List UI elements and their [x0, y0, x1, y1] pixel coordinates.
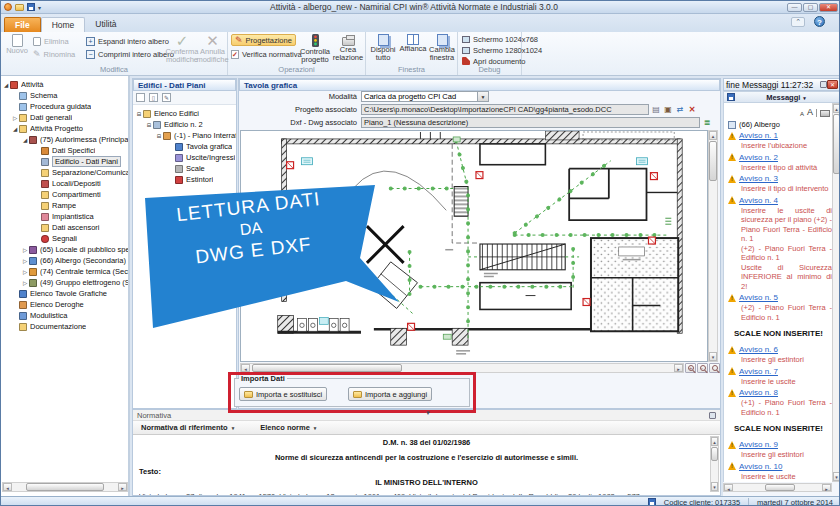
scroll-left-arrow[interactable]: ◂: [3, 483, 12, 491]
pin-icon[interactable]: [709, 412, 716, 419]
warning-link[interactable]: Avviso n. 8: [739, 388, 778, 397]
tree-item[interactable]: ▷ (65) Locale di pubblico spettacolo (Se: [1, 244, 128, 255]
splitter-collapse-icon[interactable]: ▼: [425, 410, 431, 416]
tree-item[interactable]: Dati ascensori: [1, 222, 128, 233]
tree-item[interactable]: ▷ Dati generali: [1, 112, 128, 123]
dxf-field[interactable]: Piano_1 (Nessuna descrizione): [361, 117, 700, 128]
tree-item[interactable]: Edificio - Dati Piani: [1, 156, 128, 167]
expander-icon[interactable]: ⊟: [135, 111, 143, 117]
crea-relazione-button[interactable]: Crea relazione: [332, 34, 364, 62]
scroll-thumb[interactable]: [252, 364, 402, 372]
tree-item[interactable]: ⊟ (-1) - Piano Interrato: [133, 130, 236, 141]
tree-item[interactable]: Impiantistica: [1, 211, 128, 222]
scroll-up-arrow[interactable]: ▴: [711, 437, 718, 446]
scroll-thumb[interactable]: [765, 484, 795, 491]
warning-link[interactable]: Avviso n. 9: [739, 440, 778, 449]
scroll-up-arrow[interactable]: ▴: [709, 131, 717, 140]
combo-arrow-icon[interactable]: ▼: [477, 92, 488, 101]
modalita-select[interactable]: Carica da progetto CPI Cad ▼: [361, 91, 489, 102]
warning-link[interactable]: Avviso n. 3: [739, 174, 778, 183]
scroll-left-arrow[interactable]: ◂: [724, 484, 733, 491]
tree-item[interactable]: ◢ Attività Progetto: [1, 123, 128, 134]
conferma-modifiche-button[interactable]: ✓ Conferma modifiche: [167, 34, 197, 64]
warning-link[interactable]: Avviso n. 4: [739, 196, 778, 205]
cambia-finestra-button[interactable]: Cambia finestra: [427, 34, 457, 62]
tree-item[interactable]: Uscite/Ingressi: [133, 152, 236, 163]
scroll-down-arrow[interactable]: ▾: [711, 482, 718, 491]
tree-item[interactable]: Schema: [1, 90, 128, 101]
zoom-out-button[interactable]: [697, 363, 708, 373]
expander-icon[interactable]: ◢: [11, 126, 19, 132]
maximize-button[interactable]: ▢: [803, 3, 818, 12]
elenco-norme-menu[interactable]: Elenco norme: [260, 423, 316, 432]
tree-item[interactable]: ▷ (74) Centrale termica (Secondaria): [1, 266, 128, 277]
scroll-thumb[interactable]: [709, 141, 717, 181]
tab-home[interactable]: Home: [41, 17, 86, 32]
open-icon[interactable]: [15, 4, 24, 11]
cad-canvas[interactable]: [240, 130, 708, 362]
help-icon[interactable]: ?: [814, 16, 825, 27]
print-icon[interactable]: [820, 110, 830, 117]
close-button[interactable]: ✕: [819, 3, 838, 12]
new-item-icon[interactable]: [136, 93, 145, 102]
tree-item[interactable]: Estintori: [133, 174, 236, 185]
importa-sostituisci-button[interactable]: Importa e sostituisci: [239, 387, 327, 401]
tree-item[interactable]: Scale: [133, 163, 236, 174]
refresh-icon[interactable]: ⇄: [675, 105, 685, 115]
espandi-albero-button[interactable]: +Espandi intero albero: [86, 35, 169, 47]
tree-item[interactable]: Documentazione: [1, 321, 128, 332]
importa-aggiungi-button[interactable]: Importa e aggiungi: [348, 387, 432, 401]
controlla-progetto-button[interactable]: Controlla progetto: [298, 34, 332, 64]
zoom-extents-button[interactable]: [685, 363, 696, 373]
scroll-right-arrow[interactable]: ▸: [674, 364, 683, 372]
expander-icon[interactable]: ◢: [2, 82, 10, 88]
tree-item[interactable]: Elenco Tavole Grafiche: [1, 288, 128, 299]
elimina-button[interactable]: Elimina: [33, 35, 69, 47]
warning-link[interactable]: Avviso n. 2: [739, 153, 778, 162]
save-messages-icon[interactable]: [727, 93, 735, 101]
tree-item[interactable]: Rampe: [1, 200, 128, 211]
expander-icon[interactable]: ▷: [11, 115, 19, 121]
warning-link[interactable]: Avviso n. 1: [739, 131, 778, 140]
save-icon[interactable]: [27, 3, 35, 11]
rinomina-button[interactable]: ✎Rinomina: [33, 48, 75, 60]
scroll-right-arrow[interactable]: ▸: [822, 484, 831, 491]
zoom-window-button[interactable]: [709, 363, 720, 373]
scroll-right-arrow[interactable]: ▸: [118, 483, 127, 491]
import-file-icon[interactable]: ▣: [663, 105, 673, 115]
font-larger-button[interactable]: A: [807, 107, 813, 117]
app-orb-icon[interactable]: [4, 3, 12, 11]
tab-utilita[interactable]: Utilità: [85, 17, 126, 32]
tree-item[interactable]: Separazione/Comunicazione: [1, 167, 128, 178]
tree-item[interactable]: Dati Specifici: [1, 145, 128, 156]
tree-item[interactable]: Procedura guidata: [1, 101, 128, 112]
scroll-thumb[interactable]: [711, 447, 718, 461]
normativa-document[interactable]: D.M. n. 38 del 01/02/1986 Norme di sicur…: [133, 435, 720, 495]
scroll-down-arrow[interactable]: ▾: [709, 352, 717, 361]
comprimi-albero-button[interactable]: −Comprimi intero albero: [86, 48, 174, 60]
messages-list[interactable]: A A (66) Albergo Avviso n. 1 Inserire l'…: [723, 103, 840, 482]
warning-link[interactable]: Avviso n. 6: [739, 345, 778, 354]
edit-item-icon[interactable]: ✎: [162, 93, 171, 102]
tree-item[interactable]: Elenco Deroghe: [1, 299, 128, 310]
progettazione-button[interactable]: ✎Progettazione: [231, 34, 296, 46]
export-icon[interactable]: ▤: [651, 105, 661, 115]
pin-icon[interactable]: [820, 81, 827, 88]
scroll-down-arrow[interactable]: ▾: [833, 472, 840, 481]
expander-icon[interactable]: ▷: [21, 247, 29, 253]
tree-item[interactable]: ◢ Attività: [1, 79, 128, 90]
expander-icon[interactable]: ▷: [21, 280, 29, 286]
annulla-modifiche-button[interactable]: ✕ Annulla modifiche: [198, 34, 227, 64]
tree-item[interactable]: ⊟ Elenco Edifici: [133, 108, 236, 119]
minimize-ribbon-icon[interactable]: ⌃: [791, 17, 805, 27]
expander-icon[interactable]: ⊟: [155, 133, 163, 139]
tab-file[interactable]: File: [4, 17, 41, 32]
progetto-field[interactable]: C:\Users\p.monaco\Desktop\ImportazioneCP…: [361, 104, 649, 115]
warning-link[interactable]: Avviso n. 5: [739, 293, 778, 302]
tree-item[interactable]: Tavola grafica: [133, 141, 236, 152]
expander-icon[interactable]: ◢: [21, 137, 29, 143]
delete-item-icon[interactable]: ▯: [149, 93, 158, 102]
warning-link[interactable]: Avviso n. 7: [739, 367, 778, 376]
scroll-thumb[interactable]: [833, 114, 840, 174]
albergo-group-row[interactable]: (66) Albergo: [728, 120, 832, 129]
